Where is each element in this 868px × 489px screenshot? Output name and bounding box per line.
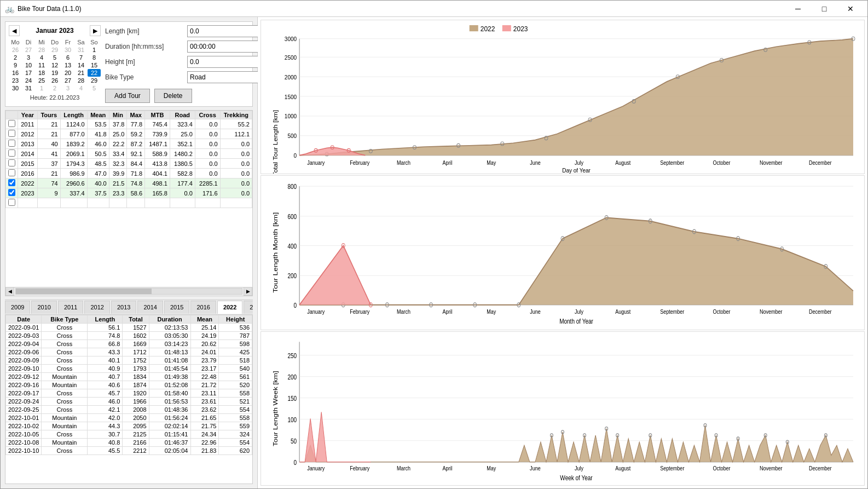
row-checkbox[interactable]	[6, 179, 18, 188]
cal-day[interactable]: 20	[61, 69, 74, 77]
scroll-left-btn[interactable]: ◀	[5, 287, 14, 296]
detail-table-row[interactable]: 2022-10-02 Mountain 44.3 2095 02:02:14 2…	[6, 422, 252, 430]
cal-day[interactable]: 30	[9, 84, 22, 92]
delete-button[interactable]: Delete	[154, 89, 192, 103]
minimize-button[interactable]: ─	[785, 1, 811, 17]
year-table-row[interactable]: 2022 74 2960.6 40.0 21.5 74.8 498.1 177.…	[6, 179, 252, 188]
year-table-row[interactable]: 2023 9 337.4 37.5 23.3 58.6 165.8 0.0 17…	[6, 188, 252, 198]
detail-table-row[interactable]: 2022-09-06 Cross 43.3 1712 01:48:13 24.0…	[6, 348, 252, 356]
detail-table-row[interactable]: 2022-09-16 Mountain 40.6 1874 01:52:08 2…	[6, 381, 252, 389]
row-checkbox[interactable]	[6, 169, 18, 179]
row-checkbox[interactable]	[6, 139, 18, 149]
cal-day[interactable]: 29	[48, 46, 61, 54]
cal-day[interactable]: 16	[9, 69, 22, 77]
row-checkbox[interactable]	[6, 149, 18, 159]
detail-table-row[interactable]: 2022-10-05 Cross 30.7 2125 01:15:41 24.3…	[6, 430, 252, 438]
detail-table-row[interactable]: 2022-09-25 Cross 42.1 2008 01:48:36 23.6…	[6, 405, 252, 413]
cal-day[interactable]: 27	[22, 46, 35, 54]
year-table-row[interactable]: 2012 21 877.0 41.8 25.0 59.2 739.9 25.0 …	[6, 129, 252, 139]
calendar-next[interactable]: ▶	[90, 25, 101, 36]
row-checkbox[interactable]	[6, 188, 18, 198]
scroll-right-btn[interactable]: ▶	[244, 287, 252, 296]
detail-table-row[interactable]: 2022-09-17 Cross 45.7 1920 01:58:40 23.1…	[6, 389, 252, 397]
cal-day-selected[interactable]: 22	[88, 69, 101, 77]
detail-table-row[interactable]: 2022-09-12 Mountain 40.7 1834 01:49:38 2…	[6, 372, 252, 381]
cal-day[interactable]: 3	[22, 54, 35, 61]
cal-day[interactable]: 29	[88, 77, 101, 84]
year-tab[interactable]: 2009	[5, 301, 30, 314]
row-checkbox[interactable]	[6, 198, 18, 208]
year-tab[interactable]: 2014	[137, 301, 163, 314]
cal-day[interactable]: 6	[61, 54, 74, 61]
detail-table-row[interactable]: 2022-09-03 Cross 74.8 1602 03:05:30 24.1…	[6, 331, 252, 340]
year-tab[interactable]: 2011	[58, 301, 83, 314]
cal-day[interactable]: 27	[61, 77, 74, 84]
cal-day[interactable]: 12	[48, 61, 61, 69]
length-label: Length [km]	[105, 27, 187, 35]
cal-day[interactable]: 21	[74, 69, 88, 77]
cal-day[interactable]: 31	[74, 46, 88, 54]
cal-day[interactable]: 1	[35, 84, 48, 92]
detail-table-row[interactable]: 2022-09-09 Cross 40.1 1752 01:41:08 23.7…	[6, 356, 252, 364]
h-scroll-thumb[interactable]	[16, 289, 152, 294]
h-scrollbar[interactable]: ◀ ▶	[5, 287, 252, 296]
year-table-row[interactable]: 2013 40 1839.2 46.0 22.2 87.2 1487.1 352…	[6, 139, 252, 149]
cal-day[interactable]: 26	[9, 46, 22, 54]
cal-day[interactable]: 15	[88, 61, 101, 69]
cal-day[interactable]: 10	[22, 61, 35, 69]
detail-table-row[interactable]: 2022-09-24 Cross 46.0 1966 01:56:53 23.6…	[6, 397, 252, 405]
year-tab[interactable]: 2023	[244, 301, 253, 314]
cal-day[interactable]: 13	[61, 61, 74, 69]
detail-table-row[interactable]: 2022-09-01 Cross 56.1 1527 02:13:53 25.1…	[6, 323, 252, 331]
cal-day[interactable]: 31	[22, 84, 35, 92]
cal-day[interactable]: 17	[22, 69, 35, 77]
year-table-row[interactable]	[6, 198, 252, 208]
cal-day[interactable]: 2	[9, 54, 22, 61]
year-tab[interactable]: 2022	[217, 301, 242, 314]
cal-day[interactable]: 23	[9, 77, 22, 84]
cal-day[interactable]: 30	[61, 46, 74, 54]
detail-table-row[interactable]: 2022-10-01 Mountain 42.0 2050 01:56:24 2…	[6, 413, 252, 422]
year-table-row[interactable]: 2011 21 1124.0 53.5 37.8 77.8 745.4 323.…	[6, 119, 252, 129]
cal-day[interactable]: 7	[74, 54, 88, 61]
cal-day[interactable]: 5	[88, 84, 101, 92]
detail-list-scroll[interactable]: Date Bike Type Length Total Duration Mea…	[5, 315, 252, 484]
cal-day[interactable]: 2	[48, 84, 61, 92]
year-tab[interactable]: 2016	[190, 301, 216, 314]
year-table-scroll[interactable]: Year Tours Length Mean Min Max MTB Road …	[5, 111, 252, 287]
cal-day[interactable]: 4	[74, 84, 88, 92]
maximize-button[interactable]: □	[812, 1, 837, 17]
close-button[interactable]: ✕	[838, 1, 863, 17]
cal-day[interactable]: 11	[35, 61, 48, 69]
detail-table-row[interactable]: 2022-10-10 Cross 45.5 2212 02:05:04 21.8…	[6, 446, 252, 455]
detail-table-row[interactable]: 2022-09-10 Cross 40.9 1793 01:45:54 23.1…	[6, 364, 252, 372]
cal-day[interactable]: 3	[61, 84, 74, 92]
cal-day[interactable]: 26	[48, 77, 61, 84]
year-table-row[interactable]: 2015 37 1794.3 48.5 32.3 84.4 413.8 1380…	[6, 159, 252, 169]
detail-table-row[interactable]: 2022-09-04 Cross 66.8 1669 03:14:23 20.6…	[6, 340, 252, 348]
row-checkbox[interactable]	[6, 159, 18, 169]
year-table-row[interactable]: 2016 21 986.9 47.0 39.9 71.8 404.1 582.8…	[6, 169, 252, 179]
detail-table-row[interactable]: 2022-10-08 Mountain 40.8 2166 01:46:37 2…	[6, 438, 252, 446]
cal-day[interactable]: 25	[35, 77, 48, 84]
year-table-row[interactable]: 2014 41 2069.1 50.5 33.4 92.1 588.9 1480…	[6, 149, 252, 159]
year-tab[interactable]: 2012	[84, 301, 109, 314]
cal-day[interactable]: 19	[48, 69, 61, 77]
cal-day[interactable]: 4	[35, 54, 48, 61]
cal-day[interactable]: 24	[22, 77, 35, 84]
cal-day[interactable]: 28	[35, 46, 48, 54]
cal-day[interactable]: 5	[48, 54, 61, 61]
cal-day[interactable]: 28	[74, 77, 88, 84]
year-tab[interactable]: 2010	[31, 301, 56, 314]
year-tab[interactable]: 2015	[164, 301, 189, 314]
row-checkbox[interactable]	[6, 119, 18, 129]
cal-day[interactable]: 18	[35, 69, 48, 77]
cal-day[interactable]: 9	[9, 61, 22, 69]
row-checkbox[interactable]	[6, 129, 18, 139]
add-tour-button[interactable]: Add Tour	[105, 89, 150, 103]
calendar-prev[interactable]: ◀	[9, 25, 20, 36]
cal-day[interactable]: 1	[88, 46, 101, 54]
year-tab[interactable]: 2013	[111, 301, 136, 314]
cal-day[interactable]: 8	[88, 54, 101, 61]
cal-day[interactable]: 14	[74, 61, 88, 69]
